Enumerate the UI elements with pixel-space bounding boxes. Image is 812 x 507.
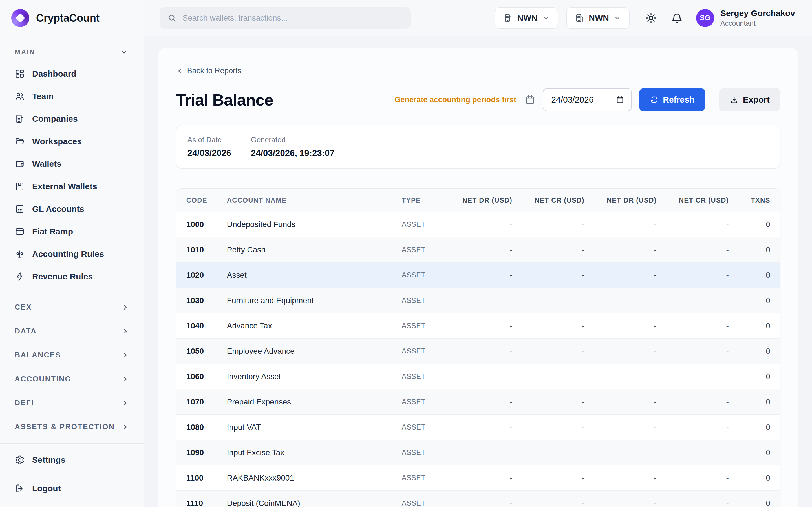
sidebar-group-data[interactable]: DATA (14, 319, 132, 343)
sidebar-item-revenue-rules[interactable]: Revenue Rules (14, 265, 132, 288)
sidebar-item-team[interactable]: Team (14, 85, 132, 108)
cell-txns: 0 (729, 423, 770, 432)
cell-account-name: Employee Advance (227, 347, 402, 356)
cell-net-value-4: - (657, 448, 729, 457)
global-search[interactable] (160, 7, 410, 29)
cell-net-value-2: - (512, 448, 585, 457)
sidebar-group-cex[interactable]: CEX (14, 295, 132, 319)
cell-net-value-3: - (585, 397, 657, 406)
sidebar-item-wallets[interactable]: Wallets (14, 153, 132, 175)
table-row-1020[interactable]: 1020AssetASSET----0 (176, 263, 780, 288)
sidebar-item-gl-accounts[interactable]: GL Accounts (14, 198, 132, 220)
sidebar-item-accounting-rules[interactable]: Accounting Rules (14, 243, 132, 265)
chevron-down-icon (120, 48, 128, 56)
cell-net-value-4: - (657, 499, 729, 507)
cell-type: ASSET (402, 322, 440, 330)
cell-account-name: Input VAT (227, 423, 402, 432)
sidebar-group-accounting[interactable]: ACCOUNTING (14, 367, 132, 391)
sidebar-collapse-icon[interactable] (121, 13, 132, 23)
column-header-net-cr-usd-: NET CR (USD) (657, 196, 729, 204)
content-area: Back to Reports Trial Balance Generate a… (144, 36, 812, 507)
avatar: SG (696, 9, 714, 27)
sidebar-item-fiat-ramp[interactable]: Fiat Ramp (14, 220, 132, 243)
user-menu[interactable]: SG Sergey Gorchakov Accountant (696, 8, 795, 27)
cell-net-value-4: - (657, 423, 729, 432)
trial-balance-table: CODEACCOUNT NAMETYPENET DR (USD)NET CR (… (176, 188, 780, 507)
cell-code: 1020 (186, 271, 227, 280)
table-row-1070[interactable]: 1070Prepaid ExpensesASSET----0 (176, 389, 780, 414)
cell-net-value-4: - (657, 321, 729, 330)
notifications-bell-icon[interactable] (671, 12, 683, 24)
cell-net-value-2: - (512, 499, 585, 507)
sidebar-item-dashboard[interactable]: Dashboard (14, 62, 132, 85)
chevron-right-icon (121, 303, 130, 312)
date-picker-calendar-icon[interactable] (615, 95, 624, 104)
sidebar-item-companies[interactable]: Companies (14, 108, 132, 130)
cell-net-value-4: - (657, 296, 729, 305)
sidebar-item-label: Wallets (32, 159, 61, 169)
gl-accounts-icon (15, 204, 25, 214)
cell-net-value-4: - (657, 397, 729, 406)
sidebar-group-assets-protection[interactable]: ASSETS & PROTECTION (14, 415, 132, 439)
sidebar-item-settings[interactable]: Settings (14, 449, 132, 471)
sidebar-item-external-wallets[interactable]: External Wallets (14, 175, 132, 198)
sidebar-group-defi[interactable]: DEFI (14, 391, 132, 415)
cell-net-value-3: - (585, 448, 657, 457)
sidebar-item-logout[interactable]: Logout (14, 477, 132, 500)
table-row-1110[interactable]: 1110Deposit (CoinMENA)ASSET----0 (176, 491, 780, 507)
table-row-1040[interactable]: 1040Advance TaxASSET----0 (176, 313, 780, 339)
cell-account-name: Asset (227, 271, 402, 280)
cell-net-value-4: - (657, 271, 729, 280)
sidebar-group-label: DEFI (15, 399, 34, 407)
cell-code: 1070 (186, 397, 227, 406)
sidebar-group-label: ASSETS & PROTECTION (15, 422, 115, 431)
cell-net-value-4: - (657, 347, 729, 356)
cell-account-name: RAKBANKxxx9001 (227, 473, 402, 483)
table-row-1010[interactable]: 1010Petty CashASSET----0 (176, 237, 780, 263)
company-selector-1[interactable]: NWN (495, 7, 558, 29)
app-title: CryptaCount (36, 12, 100, 24)
export-button[interactable]: Export (719, 88, 780, 111)
refresh-button[interactable]: Refresh (639, 88, 705, 111)
cell-net-value-4: - (657, 220, 729, 229)
column-header-net-dr-usd-: NET DR (USD) (585, 196, 657, 204)
chevron-left-icon (176, 67, 183, 75)
cell-account-name: Undeposited Funds (227, 220, 402, 229)
company-selector-label: NWN (517, 13, 538, 23)
sidebar-item-label: Revenue Rules (32, 272, 93, 281)
top-bar: NWN NWN SG Sergey Gorchakov Accountant (144, 0, 812, 36)
column-header-account-name: ACCOUNT NAME (227, 196, 402, 204)
app-logo-icon (11, 9, 29, 27)
company-selector-2[interactable]: NWN (566, 7, 629, 29)
as-of-date-value: 24/03/2026 (188, 148, 231, 158)
cell-net-value-1: - (440, 423, 512, 432)
sidebar-item-workspaces[interactable]: Workspaces (14, 130, 132, 153)
table-row-1080[interactable]: 1080Input VATASSET----0 (176, 414, 780, 440)
sidebar-item-label: Dashboard (32, 69, 77, 78)
search-input[interactable] (183, 13, 403, 22)
generate-periods-link[interactable]: Generate accounting periods first (395, 96, 516, 104)
sidebar-item-label: Workspaces (32, 136, 82, 146)
theme-sun-icon[interactable] (645, 12, 657, 24)
sidebar-nav: MAIN DashboardTeamCompaniesWorkspacesWal… (0, 36, 144, 443)
workspaces-icon (15, 136, 25, 147)
sidebar-group-balances[interactable]: BALANCES (14, 343, 132, 367)
cell-txns: 0 (729, 296, 770, 305)
report-date-input[interactable]: 24/03/2026 (543, 88, 632, 111)
table-row-1030[interactable]: 1030Furniture and EquipmentASSET----0 (176, 288, 780, 313)
table-row-1090[interactable]: 1090Input Excise TaxASSET----0 (176, 440, 780, 465)
chevron-down-icon (613, 14, 621, 22)
table-row-1060[interactable]: 1060Inventory AssetASSET----0 (176, 364, 780, 389)
table-row-1000[interactable]: 1000Undeposited FundsASSET----0 (176, 212, 780, 237)
table-row-1100[interactable]: 1100RAKBANKxxx9001ASSET----0 (176, 465, 780, 491)
back-to-reports-link[interactable]: Back to Reports (176, 66, 241, 75)
cell-account-name: Furniture and Equipment (227, 296, 402, 305)
sidebar-group-label: DATA (15, 327, 37, 335)
sidebar-section-main[interactable]: MAIN (14, 44, 132, 62)
user-info: Sergey Gorchakov Accountant (720, 8, 795, 27)
chevron-right-icon (121, 351, 130, 359)
table-row-1050[interactable]: 1050Employee AdvanceASSET----0 (176, 339, 780, 364)
sidebar-item-label: Accounting Rules (32, 249, 104, 259)
cell-type: ASSET (402, 347, 440, 355)
calendar-icon (525, 94, 536, 105)
